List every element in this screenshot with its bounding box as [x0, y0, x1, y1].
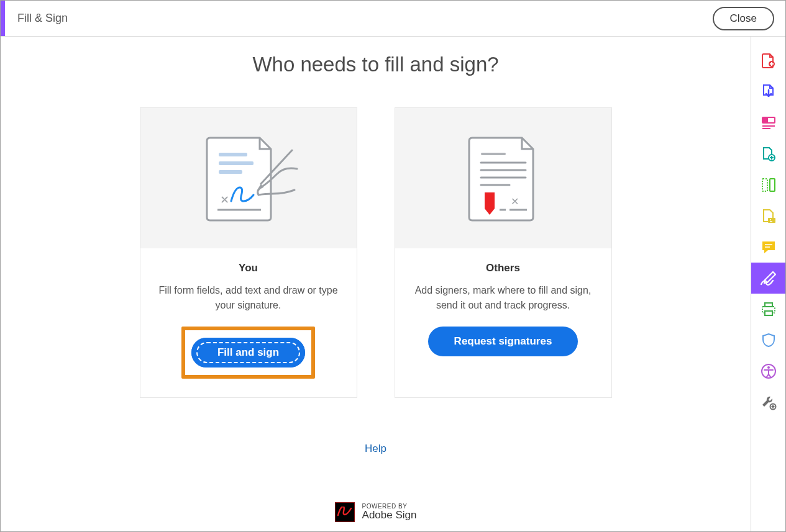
svg-rect-1 [219, 161, 254, 165]
fill-sign-icon [759, 270, 778, 286]
tutorial-highlight: Fill and sign [181, 327, 315, 379]
sign-yourself-icon: ✕ [193, 132, 304, 225]
export-pdf-tool[interactable] [751, 76, 786, 107]
print-icon [761, 301, 777, 317]
fill-and-sign-button[interactable]: Fill and sign [191, 338, 305, 367]
edit-pdf-icon [761, 115, 777, 131]
organize-pages-icon [761, 177, 777, 193]
body: Who needs to fill and sign? [1, 37, 785, 531]
heading: Who needs to fill and sign? [1, 53, 751, 76]
illustration-others: ✕ [395, 108, 611, 248]
tools-rail [751, 37, 785, 531]
accessibility-tool[interactable] [751, 356, 786, 387]
export-pdf-icon [761, 84, 777, 100]
edit-pdf-tool[interactable] [751, 107, 786, 138]
card-you-body: You Fill form fields, add text and draw … [140, 248, 357, 397]
svg-rect-15 [762, 117, 768, 123]
combine-files-tool[interactable] [751, 138, 786, 169]
card-others-body: Others Add signers, mark where to fill a… [395, 248, 611, 375]
powered-brand: Adobe Sign [362, 510, 417, 521]
scroll-area[interactable]: Who needs to fill and sign? [1, 37, 751, 531]
header-accent-bar [1, 1, 5, 36]
svg-point-28 [767, 366, 770, 369]
help-link[interactable]: Help [365, 443, 386, 455]
card-you: ✕ Yo [140, 107, 357, 398]
header-left: Fill & Sign [1, 1, 68, 36]
svg-rect-5 [481, 153, 506, 155]
more-tools-icon [761, 394, 777, 410]
svg-text:✕: ✕ [220, 194, 229, 206]
redact-icon [761, 208, 777, 224]
illustration-you: ✕ [140, 108, 357, 248]
main-area: Who needs to fill and sign? [1, 37, 751, 531]
svg-rect-19 [762, 179, 767, 191]
adobe-sign-logo-icon [335, 502, 355, 522]
card-others: ✕ Others Add signers, mark where to fill… [395, 107, 612, 398]
organize-pages-tool[interactable] [751, 169, 786, 201]
svg-rect-26 [765, 311, 772, 315]
card-others-desc: Add signers, mark where to fill and sign… [408, 283, 599, 313]
combine-files-icon [761, 146, 777, 162]
protect-tool[interactable] [751, 325, 786, 356]
create-pdf-icon [761, 53, 777, 69]
svg-rect-20 [770, 179, 775, 191]
accessibility-icon [761, 363, 777, 379]
svg-rect-21 [768, 218, 775, 223]
protect-icon [761, 332, 777, 348]
card-others-title: Others [408, 262, 599, 274]
comment-tool[interactable] [751, 232, 786, 263]
card-you-title: You [153, 262, 344, 274]
content: Who needs to fill and sign? [1, 53, 751, 531]
page-title: Fill & Sign [17, 12, 68, 25]
comment-icon [761, 239, 777, 255]
request-signatures-icon: ✕ [454, 132, 553, 225]
print-tool[interactable] [751, 294, 786, 325]
svg-rect-2 [219, 170, 242, 174]
request-signatures-button[interactable]: Request signatures [428, 327, 578, 356]
card-you-desc: Fill form fields, add text and draw or t… [153, 283, 344, 313]
redact-tool[interactable] [751, 201, 786, 232]
more-tools-tool[interactable] [751, 387, 786, 418]
svg-rect-0 [219, 153, 247, 156]
create-pdf-tool[interactable] [751, 45, 786, 76]
svg-text:✕: ✕ [511, 196, 519, 207]
powered-by: POWERED BY Adobe Sign [1, 502, 751, 522]
close-button[interactable]: Close [713, 7, 774, 30]
cards-row: ✕ Yo [1, 107, 751, 398]
powered-text: POWERED BY Adobe Sign [362, 503, 417, 521]
fill-sign-window: Fill & Sign Close Who needs to fill and … [0, 0, 786, 532]
fill-sign-tool[interactable] [751, 263, 786, 294]
header: Fill & Sign Close [1, 1, 785, 37]
